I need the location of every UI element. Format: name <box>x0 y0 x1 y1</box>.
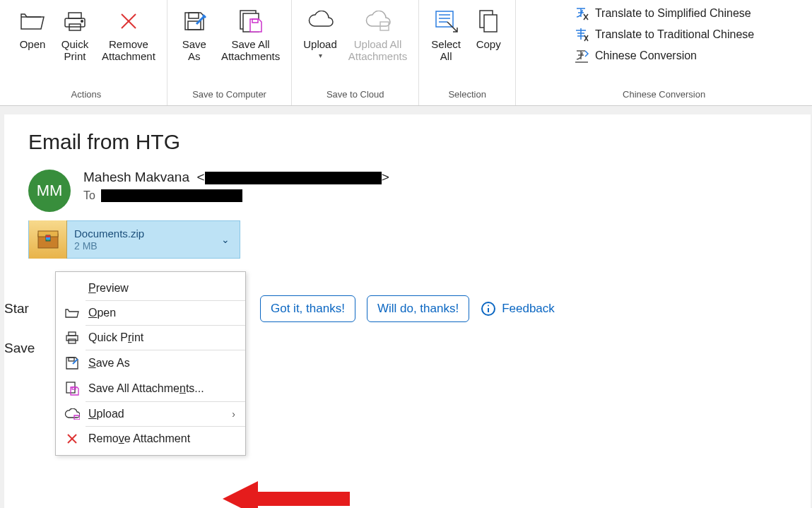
save-all-label: Save All Attachments <box>221 38 280 63</box>
save-as-icon <box>180 7 208 35</box>
suggested-reply-got-it[interactable]: Got it, thanks! <box>260 295 355 322</box>
select-all-button[interactable]: Select All <box>425 4 467 66</box>
translate-traditional-label: Translate to Traditional Chinese <box>595 28 754 41</box>
ribbon-group-save-computer: Save As Save All Attachments Save to Com… <box>167 0 292 105</box>
email-header: MM Mahesh Makvana <> To <box>28 170 787 212</box>
upload-label: Upload <box>303 38 337 50</box>
remove-x-icon <box>64 432 80 445</box>
group-label-selection: Selection <box>448 88 486 104</box>
svg-rect-28 <box>69 339 76 343</box>
open-folder-icon <box>64 307 80 319</box>
save-as-icon <box>64 356 80 370</box>
svg-rect-26 <box>69 332 76 336</box>
ribbon-group-chinese: Translate to Simplified Chinese Translat… <box>516 0 812 105</box>
svg-point-25 <box>488 305 489 307</box>
ctx-preview-label: Preview <box>88 282 129 295</box>
ctx-save-as[interactable]: Save As <box>56 350 245 376</box>
group-label-save-cloud: Save to Cloud <box>326 88 384 104</box>
open-folder-icon <box>18 7 47 35</box>
save-as-button[interactable]: Save As <box>173 4 216 66</box>
sender-avatar: MM <box>28 170 71 212</box>
attachment-text: Documents.zip 2 MB <box>67 228 211 252</box>
translate-simplified-icon <box>574 6 589 21</box>
email-subject: Email from HTG <box>28 130 787 154</box>
ctx-quick-print[interactable]: Quick Print <box>56 326 245 350</box>
ctx-upload-label: Upload <box>88 408 124 420</box>
ctx-open-label: Open <box>88 307 116 319</box>
svg-rect-21 <box>46 235 50 237</box>
feedback-button[interactable]: Feedback <box>481 301 555 317</box>
attachment-size: 2 MB <box>74 240 211 252</box>
chevron-down-icon: ▾ <box>319 52 322 59</box>
open-button[interactable]: Open <box>11 4 54 53</box>
chinese-conversion-icon <box>574 48 589 64</box>
svg-rect-17 <box>484 15 497 32</box>
ctx-remove-label: Remove Attachment <box>88 432 190 445</box>
attachment-name: Documents.zip <box>74 228 211 240</box>
ctx-preview[interactable]: Preview <box>56 276 245 300</box>
svg-point-3 <box>81 20 83 23</box>
save-all-icon <box>64 382 80 396</box>
save-all-icon <box>237 7 265 35</box>
feedback-label: Feedback <box>502 302 555 316</box>
cloud-upload-all-icon <box>363 7 392 35</box>
upload-all-label: Upload All Attachments <box>348 38 407 63</box>
copy-button[interactable]: Copy <box>467 4 510 53</box>
ribbon-group-save-cloud: Upload ▾ Upload All Attachments Save to … <box>292 0 419 105</box>
quick-print-label: Quick Print <box>61 38 88 63</box>
translate-simplified-label: Translate to Simplified Chinese <box>595 7 751 20</box>
chevron-down-icon[interactable]: ⌄ <box>211 234 240 245</box>
remove-attachment-button[interactable]: Remove Attachment <box>96 4 161 66</box>
select-all-icon <box>432 7 460 35</box>
upload-all-attachments-button: Upload All Attachments <box>343 4 413 66</box>
to-line: To <box>83 189 389 202</box>
translate-simplified-button[interactable]: Translate to Simplified Chinese <box>574 4 754 23</box>
body-text-clip: Star <box>4 301 33 317</box>
attachment-context-menu: Preview Open Quick Print Save As <box>55 271 246 456</box>
open-label: Open <box>20 38 46 50</box>
remove-x-icon <box>114 7 143 35</box>
suggested-reply-will-do[interactable]: Will do, thanks! <box>367 295 469 322</box>
ribbon-group-actions: Open Quick Print Remove Attachment Actio… <box>6 0 167 105</box>
chinese-conversion-label: Chinese Conversion <box>595 49 697 62</box>
upload-button[interactable]: Upload ▾ <box>298 4 343 62</box>
zip-file-icon <box>29 220 67 259</box>
chinese-conversion-button[interactable]: Chinese Conversion <box>574 47 754 65</box>
to-label: To <box>83 189 95 202</box>
group-label-chinese: Chinese Conversion <box>623 88 705 104</box>
copy-label: Copy <box>476 38 501 50</box>
save-all-attachments-button[interactable]: Save All Attachments <box>216 4 286 66</box>
select-all-label: Select All <box>431 38 461 63</box>
save-as-label: Save As <box>182 38 206 63</box>
printer-icon <box>61 7 89 35</box>
cloud-upload-icon <box>64 408 80 420</box>
printer-icon <box>64 331 80 344</box>
copy-icon <box>474 7 502 35</box>
group-label-save-computer: Save to Computer <box>192 88 266 104</box>
translate-traditional-button[interactable]: Translate to Traditional Chinese <box>574 25 754 44</box>
ctx-save-all-label: Save All Attachments... <box>88 382 204 395</box>
email-reading-pane: Email from HTG MM Mahesh Makvana <> To D… <box>4 114 811 508</box>
svg-rect-22 <box>46 237 50 240</box>
remove-attachment-label: Remove Attachment <box>102 38 155 63</box>
ribbon-group-selection: Select All Copy Selection <box>419 0 516 105</box>
svg-rect-29 <box>69 358 74 361</box>
ctx-upload[interactable]: Upload › <box>56 402 245 426</box>
ctx-quick-print-label: Quick Print <box>88 331 143 344</box>
ctx-open[interactable]: Open <box>56 301 245 325</box>
quick-print-button[interactable]: Quick Print <box>54 4 96 66</box>
from-address-redacted <box>205 172 382 184</box>
ctx-save-as-label: Save As <box>88 357 130 370</box>
ctx-save-all[interactable]: Save All Attachments... <box>56 376 245 401</box>
ctx-remove-attachment[interactable]: Remove Attachment <box>56 427 245 451</box>
translate-traditional-icon <box>574 27 589 42</box>
attachment-chip[interactable]: Documents.zip 2 MB ⌄ <box>28 220 240 259</box>
ribbon: Open Quick Print Remove Attachment Actio… <box>0 0 812 106</box>
svg-rect-6 <box>189 13 199 18</box>
chevron-right-icon: › <box>232 408 235 420</box>
from-line: Mahesh Makvana <> <box>83 170 389 185</box>
cloud-upload-icon <box>306 7 334 35</box>
svg-rect-0 <box>69 13 81 18</box>
from-name: Mahesh Makvana <box>83 170 189 184</box>
group-label-actions: Actions <box>71 88 102 104</box>
